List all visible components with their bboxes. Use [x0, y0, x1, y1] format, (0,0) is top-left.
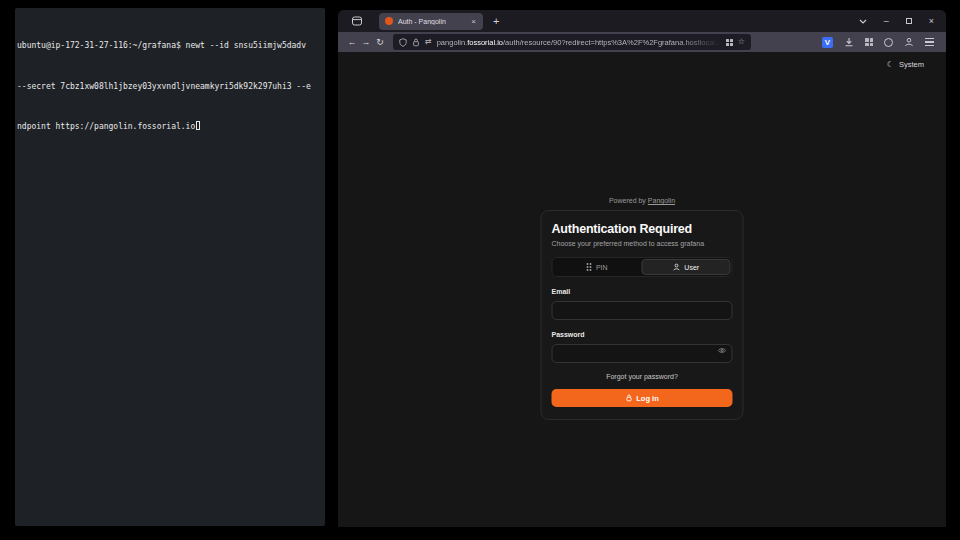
password-input-wrap [552, 342, 733, 363]
card-title: Authentication Required [552, 222, 733, 236]
tab-pin[interactable]: PIN [554, 259, 642, 275]
tab-close-icon[interactable]: × [470, 17, 477, 26]
terminal-line: --secret 7cbz1xw08lh1jbzey03yxvndljvneam… [17, 80, 323, 94]
login-button[interactable]: Log in [552, 389, 733, 407]
firefox-view-icon[interactable] [351, 15, 363, 27]
url-path: /auth/resource/90?redirect=https%3A%2F%2… [503, 38, 721, 47]
close-window-button[interactable]: × [929, 17, 934, 26]
url-text: pangolin.fossorial.io/auth/resource/90?r… [437, 38, 721, 47]
browser-tab[interactable]: Auth - Pangolin × [379, 13, 483, 30]
new-tab-button[interactable]: + [493, 16, 499, 27]
login-lock-icon [625, 394, 632, 402]
powered-by: Powered by Pangolin [338, 197, 946, 204]
forgot-password-link[interactable]: Forgot your password? [552, 373, 733, 380]
email-field[interactable] [552, 301, 733, 320]
auth-page: ☾ System Powered by Pangolin Authenticat… [338, 52, 946, 527]
theme-label: System [899, 60, 924, 69]
tab-pin-label: PIN [596, 264, 608, 271]
tracking-shield-icon[interactable] [399, 38, 407, 47]
reload-button[interactable]: ↻ [373, 38, 387, 47]
browser-titlebar: Auth - Pangolin × + – × [338, 10, 946, 32]
extension-ring-icon[interactable] [884, 38, 893, 47]
tab-list-chevron-icon[interactable] [859, 19, 867, 24]
lock-icon[interactable] [412, 38, 420, 47]
profile-icon[interactable] [904, 37, 914, 47]
browser-window: Auth - Pangolin × + – × ← → ↻ [338, 10, 946, 527]
terminal-line: ubuntu@ip-172-31-27-116:~/grafana$ newt … [17, 39, 323, 53]
minimize-button[interactable]: – [884, 17, 889, 26]
tab-user-label: User [684, 264, 699, 271]
menu-icon[interactable] [925, 38, 934, 46]
show-password-eye-icon[interactable] [718, 347, 727, 354]
forward-button[interactable]: → [359, 38, 373, 47]
terminal-line-text: ndpoint https://pangolin.fossorial.io [17, 122, 195, 131]
tab-title: Auth - Pangolin [398, 18, 470, 25]
auth-card: Authentication Required Choose your pref… [541, 210, 744, 420]
vimium-extension-icon[interactable]: V [822, 37, 833, 48]
pangolin-favicon-icon [385, 17, 393, 25]
toolbar-icons: V [822, 37, 934, 48]
email-input-wrap [552, 299, 733, 320]
powered-by-text: Powered by [609, 197, 648, 204]
window-controls: – × [859, 17, 934, 26]
email-label: Email [552, 288, 733, 295]
moon-icon: ☾ [887, 60, 894, 69]
maximize-button[interactable] [906, 18, 912, 24]
terminal-line: ndpoint https://pangolin.fossorial.io [17, 120, 323, 134]
browser-navbar: ← → ↻ ⇄ pangolin.fossorial.io/auth/resou… [338, 32, 946, 52]
method-tabs: PIN User [552, 257, 733, 277]
url-prefix: pangolin. [437, 38, 467, 47]
theme-toggle[interactable]: ☾ System [887, 60, 924, 69]
url-domain: fossorial.io [467, 38, 503, 47]
downloads-icon[interactable] [844, 37, 854, 47]
containers-grid-icon[interactable] [726, 39, 733, 46]
card-subtitle: Choose your preferred method to access g… [552, 240, 733, 247]
terminal-window[interactable]: ubuntu@ip-172-31-27-116:~/grafana$ newt … [15, 8, 325, 526]
user-icon [672, 263, 680, 271]
extensions-icon[interactable] [865, 38, 873, 46]
password-field[interactable] [552, 344, 733, 363]
tab-user[interactable]: User [641, 259, 731, 275]
login-button-label: Log in [636, 394, 659, 403]
keypad-icon [587, 263, 592, 271]
password-label: Password [552, 331, 733, 338]
back-button[interactable]: ← [345, 38, 359, 47]
url-bar[interactable]: ⇄ pangolin.fossorial.io/auth/resource/90… [393, 34, 751, 50]
terminal-cursor [196, 121, 200, 130]
bookmark-star-icon[interactable]: ☆ [738, 38, 745, 46]
pangolin-link[interactable]: Pangolin [648, 197, 675, 204]
switch-arrows-icon[interactable]: ⇄ [425, 38, 432, 46]
